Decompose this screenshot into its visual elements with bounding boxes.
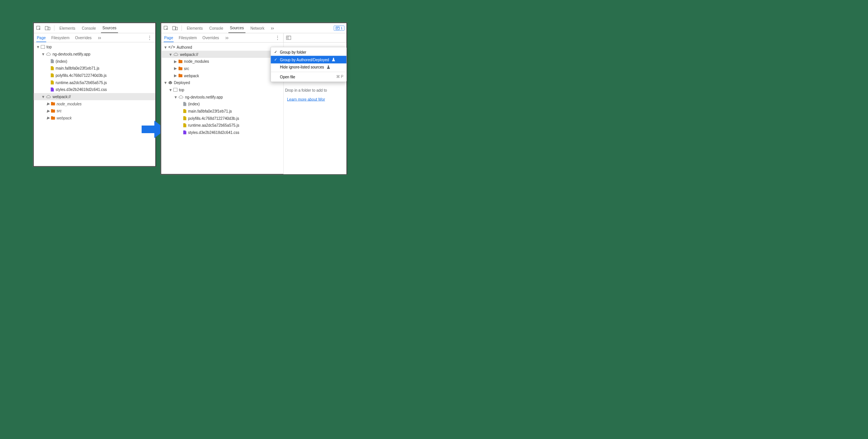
experiment-icon	[332, 58, 335, 61]
file-tree: ▼ top ▼ ng-devtools.netlify.app (index) …	[34, 42, 155, 122]
chevron-right-icon: ▶	[47, 110, 49, 112]
device-toggle-icon[interactable]	[172, 25, 178, 31]
tree-folder[interactable]: ▶ webpack	[34, 115, 155, 122]
tree-top[interactable]: ▼ top	[161, 86, 283, 94]
subtab-overrides[interactable]: Overrides	[202, 34, 220, 42]
chevron-more-icon[interactable]	[97, 35, 102, 41]
code-icon: </>	[168, 45, 175, 49]
tree-file[interactable]: styles.d3e2b24618d2c641.css	[34, 86, 155, 93]
inspect-icon[interactable]	[163, 25, 169, 31]
cube-icon	[168, 81, 172, 85]
tree-authored[interactable]: ▼ </> Authored	[161, 44, 283, 51]
menu-group-by-authored[interactable]: ✓ Group by Authored/Deployed	[271, 56, 346, 64]
tree-file[interactable]: polyfills.4c768d7122740d3b.js	[34, 72, 155, 79]
folder-icon	[179, 67, 183, 70]
subtab-filesystem[interactable]: Filesystem	[178, 34, 197, 42]
tree-deployed[interactable]: ▼ Deployed	[161, 79, 283, 86]
tree-file[interactable]: (index)	[34, 57, 155, 65]
css-file-icon	[183, 130, 187, 135]
tab-sources[interactable]: Sources	[228, 23, 246, 33]
tree-folder[interactable]: ▶ webpack	[161, 72, 283, 79]
tree-domain[interactable]: ▼ ng-devtools.netlify.app	[161, 93, 283, 100]
chevron-right-icon: ▶	[47, 102, 49, 105]
tree-folder[interactable]: ▶ node_modules	[161, 58, 283, 65]
folder-icon	[51, 102, 55, 105]
tab-elements[interactable]: Elements	[185, 24, 204, 33]
tree-label: src	[57, 109, 62, 113]
kebab-menu-icon[interactable]: ⋮	[274, 35, 281, 41]
tree-file[interactable]: main.fa8bfa0e23f1eb71.js	[34, 65, 155, 72]
menu-open-file[interactable]: Open file ⌘ P	[271, 73, 346, 81]
editor-toolbar	[284, 33, 346, 42]
cloud-icon	[173, 52, 178, 56]
tree-label: styles.d3e2b24618d2c641.css	[188, 130, 239, 134]
menu-hide-ignore-listed[interactable]: Hide ignore-listed sources	[271, 64, 346, 71]
tree-top[interactable]: ▼ top	[34, 43, 155, 51]
tree-file[interactable]: polyfills.4c768d7122740d3b.js	[161, 115, 283, 122]
tree-file[interactable]: runtime.aa2dc5a72b65a575.js	[161, 122, 283, 129]
frame-icon	[41, 45, 45, 49]
tree-webpack[interactable]: ▼ webpack://	[161, 51, 283, 58]
tree-folder[interactable]: ▶ src	[161, 65, 283, 72]
subtab-overrides[interactable]: Overrides	[75, 33, 92, 41]
svg-rect-5	[176, 27, 177, 30]
tab-console[interactable]: Console	[80, 24, 97, 33]
chevron-down-icon: ▼	[164, 46, 167, 49]
tree-folder[interactable]: ▶ src	[34, 107, 155, 115]
menu-label: Hide ignore-listed sources	[280, 65, 324, 69]
kebab-menu-icon[interactable]: ⋮	[146, 35, 153, 41]
chevron-more-icon[interactable]	[270, 25, 275, 31]
check-icon: ✓	[274, 50, 278, 54]
tree-folder[interactable]: ▶ node_modules	[34, 100, 155, 107]
devtools-panel-before: Elements Console Sources Page Filesystem…	[33, 22, 156, 167]
folder-icon	[51, 116, 55, 119]
learn-more-link[interactable]: Learn more about Wor	[285, 97, 346, 101]
workspace-hint: Drop in a folder to add to Learn more ab…	[284, 88, 346, 102]
js-file-icon	[51, 73, 54, 78]
toggle-navigator-icon[interactable]	[286, 36, 291, 40]
tree-label: (index)	[188, 102, 200, 106]
inspect-icon[interactable]	[36, 25, 41, 31]
context-menu: ✓ Group by folder ✓ Group by Authored/De…	[271, 47, 347, 82]
issues-badge[interactable]: 1	[334, 25, 345, 30]
divider	[54, 25, 54, 31]
tree-label: ng-devtools.netlify.app	[53, 52, 90, 56]
js-file-icon	[183, 123, 187, 127]
tab-network[interactable]: Network	[249, 24, 266, 33]
subtab-page[interactable]: Page	[164, 33, 174, 42]
chevron-down-icon: ▼	[164, 81, 167, 84]
folder-icon	[179, 60, 183, 63]
device-toggle-icon[interactable]	[45, 25, 51, 31]
tree-label: runtime.aa2dc5a72b65a575.js	[56, 80, 107, 84]
tab-elements[interactable]: Elements	[58, 24, 77, 33]
js-file-icon	[51, 66, 54, 70]
sources-subtoolbar: Page Filesystem Overrides ⋮	[34, 33, 155, 42]
tab-console[interactable]: Console	[208, 24, 225, 33]
chevron-right-icon: ▶	[174, 60, 177, 63]
chevron-more-icon[interactable]	[224, 35, 230, 41]
tab-sources[interactable]: Sources	[101, 23, 118, 33]
menu-group-by-folder[interactable]: ✓ Group by folder	[271, 48, 346, 56]
subtab-filesystem[interactable]: Filesystem	[51, 33, 70, 41]
menu-separator	[271, 72, 346, 72]
cloud-icon	[179, 95, 183, 99]
js-file-icon	[183, 109, 187, 113]
file-tree: ▼ </> Authored ▼ webpack:// ▶ node_modul…	[161, 43, 283, 174]
tree-label: src	[184, 66, 189, 70]
tree-webpack[interactable]: ▼ webpack://	[34, 93, 155, 100]
file-icon	[183, 102, 187, 106]
svg-rect-8	[337, 28, 338, 29]
tree-file[interactable]: main.fa8bfa0e23f1eb71.js	[161, 108, 283, 115]
tree-domain[interactable]: ▼ ng-devtools.netlify.app	[34, 51, 155, 58]
file-icon	[51, 59, 54, 63]
svg-rect-4	[172, 26, 175, 30]
subtab-page[interactable]: Page	[36, 33, 46, 42]
tree-file[interactable]: (index)	[161, 100, 283, 108]
tree-file[interactable]: styles.d3e2b24618d2c641.css	[161, 129, 283, 136]
tree-label: (index)	[56, 59, 67, 63]
tree-label: webpack	[184, 73, 199, 78]
devtools-panel-after: Elements Console Sources Network 1 Page …	[160, 22, 347, 175]
tree-file[interactable]: runtime.aa2dc5a72b65a575.js	[34, 79, 155, 86]
menu-label: Group by folder	[280, 50, 306, 54]
chevron-right-icon: ▶	[47, 117, 49, 119]
